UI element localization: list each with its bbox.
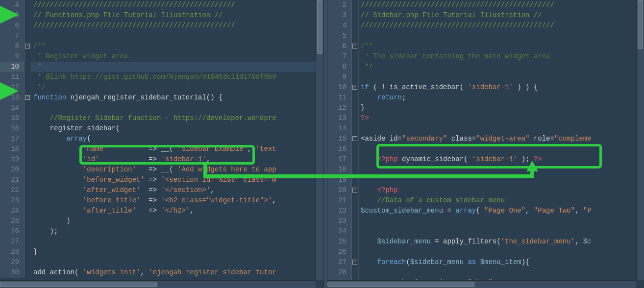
code-line[interactable]: 5 — [327, 31, 644, 41]
fold-gutter[interactable] — [25, 82, 31, 93]
code-line[interactable]: 12} — [327, 103, 644, 113]
code-text[interactable] — [31, 31, 323, 41]
fold-gutter[interactable]: − — [352, 41, 359, 51]
fold-gutter[interactable] — [25, 237, 31, 247]
code-text[interactable]: ); — [31, 226, 323, 237]
fold-gutter[interactable] — [25, 134, 31, 144]
code-line[interactable]: 14 — [327, 123, 644, 134]
code-line[interactable]: 12 */ — [0, 82, 323, 93]
code-line[interactable]: 13−function njengah_register_sidebar_tut… — [0, 93, 323, 103]
code-line[interactable]: 28} — [0, 247, 323, 257]
code-text[interactable]: } — [359, 103, 644, 113]
fold-toggle-icon[interactable]: − — [25, 44, 30, 48]
code-text[interactable] — [31, 103, 323, 113]
code-line[interactable]: 7 — [0, 31, 323, 41]
code-line[interactable]: 22 'after_widget' => '</section>', — [0, 185, 323, 195]
code-line[interactable]: 22$custom_sidebar_menu = array( "Page On… — [327, 206, 644, 216]
fold-toggle-icon[interactable]: − — [25, 95, 30, 100]
code-line[interactable]: 23 'before_title' => '<h2 class="widget-… — [0, 195, 323, 206]
code-line[interactable]: 9 — [327, 72, 644, 82]
code-text[interactable]: ////////////////////////////////////////… — [359, 21, 644, 31]
fold-gutter[interactable] — [352, 226, 359, 237]
code-text[interactable]: ////////////////////////////////////////… — [359, 0, 644, 10]
code-line[interactable]: 5// Functions.php File Tutorial Illustra… — [0, 10, 323, 21]
code-text[interactable]: ?> — [359, 113, 644, 123]
code-text[interactable]: ////////////////////////////////////////… — [31, 21, 323, 31]
code-line[interactable]: 8−/** — [0, 41, 323, 51]
code-line[interactable]: 11 * @link https://gist.github.com/Njeng… — [0, 72, 323, 82]
code-text[interactable] — [359, 123, 644, 134]
code-line[interactable]: 25 $sidebar_menu = apply_filters('the_si… — [327, 237, 644, 247]
fold-toggle-icon[interactable]: − — [352, 85, 357, 90]
code-text[interactable] — [359, 144, 644, 154]
code-line[interactable]: 27− foreach($sidebar_menu as $menu_item)… — [327, 257, 644, 267]
code-line[interactable]: 8 */ — [327, 62, 644, 72]
fold-gutter[interactable] — [352, 123, 359, 134]
fold-gutter[interactable] — [25, 247, 31, 257]
fold-gutter[interactable] — [352, 247, 359, 257]
code-line[interactable]: 20− <?php — [327, 185, 644, 195]
code-text[interactable] — [359, 31, 644, 41]
fold-gutter[interactable]: − — [25, 93, 31, 103]
code-text[interactable] — [359, 165, 644, 175]
fold-gutter[interactable] — [25, 144, 31, 154]
fold-gutter[interactable] — [25, 10, 31, 21]
fold-gutter[interactable] — [352, 51, 359, 62]
code-line[interactable]: 28 — [327, 267, 644, 278]
code-text[interactable] — [31, 257, 323, 267]
fold-gutter[interactable] — [25, 103, 31, 113]
code-text[interactable] — [359, 226, 644, 237]
code-line[interactable]: 23 — [327, 216, 644, 226]
fold-gutter[interactable] — [25, 62, 31, 72]
fold-gutter[interactable] — [25, 185, 31, 195]
fold-gutter[interactable] — [352, 21, 359, 31]
code-line[interactable]: 15 //Register Sidebar function - https:/… — [0, 113, 323, 123]
fold-gutter[interactable] — [352, 206, 359, 216]
code-line[interactable]: 27 — [0, 237, 323, 247]
fold-gutter[interactable]: − — [352, 257, 359, 267]
code-line[interactable]: 6−/** — [327, 41, 644, 51]
code-text[interactable]: 'after_title' => '</h2>', — [31, 206, 323, 216]
code-line[interactable]: 7 * The sidebar containing the main widg… — [327, 51, 644, 62]
code-text[interactable]: $custom_sidebar_menu = array( "Page One"… — [359, 206, 644, 216]
fold-gutter[interactable] — [352, 113, 359, 123]
code-text[interactable]: <?php — [359, 185, 644, 195]
fold-gutter[interactable] — [352, 237, 359, 247]
code-text[interactable]: return; — [359, 93, 644, 103]
code-text[interactable]: function njengah_register_sidebar_tutori… — [31, 93, 323, 103]
code-text[interactable]: register_sidebar( — [31, 123, 323, 134]
code-line[interactable]: 18 'name' => __( 'Sidebar Example', 'tex… — [0, 144, 323, 154]
code-text[interactable] — [359, 267, 644, 278]
code-text[interactable]: $sidebar_menu = apply_filters('the_sideb… — [359, 237, 644, 247]
code-line[interactable]: 26 ); — [0, 226, 323, 237]
fold-gutter[interactable] — [25, 51, 31, 62]
code-line[interactable]: 16 — [327, 144, 644, 154]
code-text[interactable]: foreach($sidebar_menu as $menu_item){ — [359, 257, 644, 267]
fold-gutter[interactable] — [25, 154, 31, 165]
code-text[interactable]: 'id' => 'sidebar-1', — [31, 154, 323, 165]
fold-toggle-icon[interactable]: − — [352, 136, 357, 141]
code-line[interactable]: 24 'after_title' => '</h2>', — [0, 206, 323, 216]
fold-gutter[interactable] — [25, 0, 31, 10]
right-code-area[interactable]: 2///////////////////////////////////////… — [327, 0, 644, 288]
fold-gutter[interactable] — [25, 257, 31, 267]
code-text[interactable]: * The sidebar containing the main widget… — [359, 51, 644, 62]
code-line[interactable]: 17 <?php dynamic_sidebar( 'sidebar-1' );… — [327, 154, 644, 165]
code-line[interactable]: 26 — [327, 247, 644, 257]
fold-gutter[interactable] — [25, 165, 31, 175]
fold-gutter[interactable]: − — [352, 185, 359, 195]
code-text[interactable]: array( — [31, 134, 323, 144]
code-line[interactable]: 24 — [327, 226, 644, 237]
code-text[interactable]: ) — [31, 216, 323, 226]
fold-gutter[interactable] — [352, 154, 359, 165]
fold-gutter[interactable] — [352, 72, 359, 82]
pane-divider[interactable] — [323, 0, 327, 288]
code-text[interactable]: 'before_title' => '<h2 class="widget-tit… — [31, 195, 323, 206]
fold-gutter[interactable] — [25, 216, 31, 226]
code-line[interactable]: 3// Sidebar.php File Tutorial Illustrati… — [327, 10, 644, 21]
fold-gutter[interactable] — [25, 123, 31, 134]
code-line[interactable]: 11 return; — [327, 93, 644, 103]
code-line[interactable]: 6///////////////////////////////////////… — [0, 21, 323, 31]
code-text[interactable]: } — [31, 247, 323, 257]
code-line[interactable]: 2///////////////////////////////////////… — [327, 0, 644, 10]
